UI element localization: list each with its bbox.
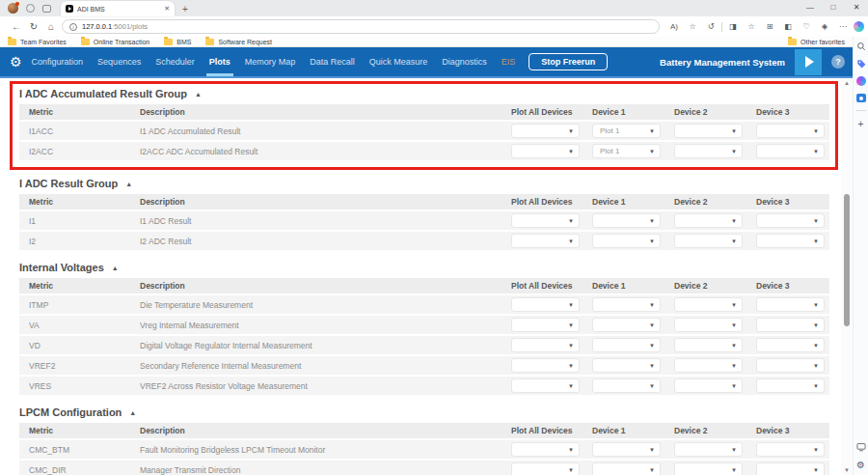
plot-select-dropdown[interactable]: ▼: [674, 442, 743, 457]
refresh-icon[interactable]: ↻: [25, 21, 42, 32]
plot-select-dropdown[interactable]: Plot 1▼: [592, 124, 661, 138]
scroll-down-icon[interactable]: ▼: [841, 467, 853, 473]
bookmark-folder-software-request[interactable]: Software Request: [205, 39, 272, 45]
nav-item-scheduler[interactable]: Scheduler: [155, 47, 195, 76]
maximize-button[interactable]: □: [822, 0, 845, 14]
plot-select-dropdown[interactable]: ▼: [511, 338, 580, 352]
plot-select-dropdown[interactable]: ▼: [674, 358, 743, 373]
new-tab-button[interactable]: +: [182, 4, 188, 14]
browser-essentials-icon[interactable]: ♡: [799, 22, 814, 31]
collections-icon[interactable]: ⊞: [762, 22, 777, 31]
plot-select-dropdown[interactable]: ▼: [756, 358, 825, 373]
copilot-page-icon[interactable]: ◈: [817, 22, 832, 31]
nav-item-sequences[interactable]: Sequences: [97, 47, 141, 76]
plot-select-dropdown[interactable]: ▼: [756, 318, 825, 332]
collapse-icon[interactable]: ▲: [112, 265, 119, 271]
site-info-icon[interactable]: i: [69, 23, 77, 31]
address-bar[interactable]: i 127.0.0.1:5001/plots: [62, 19, 660, 34]
plot-select-dropdown[interactable]: ▼: [756, 234, 825, 248]
plot-select-dropdown[interactable]: ▼: [592, 358, 661, 373]
bookmark-folder-online-transaction[interactable]: Online Transaction: [81, 39, 149, 45]
home-icon[interactable]: ⌂: [42, 21, 60, 32]
minimize-button[interactable]: —: [799, 0, 822, 14]
extensions-icon[interactable]: ◧: [780, 22, 796, 31]
plot-select-dropdown[interactable]: Plot 1▼: [592, 144, 661, 158]
favorites-bar-icon[interactable]: ☆: [744, 22, 759, 31]
close-button[interactable]: ✕: [845, 0, 868, 14]
plot-select-dropdown[interactable]: ▼: [511, 234, 580, 248]
plot-select-dropdown[interactable]: ▼: [674, 462, 743, 475]
plot-select-dropdown[interactable]: ▼: [756, 213, 825, 228]
scrollbar-thumb[interactable]: [844, 194, 850, 326]
sidebar-settings-icon[interactable]: ⚙: [856, 460, 865, 470]
plot-select-dropdown[interactable]: ▼: [511, 213, 580, 228]
profile-avatar[interactable]: [8, 3, 18, 14]
tag-icon[interactable]: [856, 59, 866, 69]
help-icon[interactable]: ?: [831, 55, 845, 69]
page-scrollbar[interactable]: ▲ ▼: [841, 78, 853, 475]
plot-select-dropdown[interactable]: ▼: [592, 318, 661, 332]
plot-select-dropdown[interactable]: ▼: [511, 378, 580, 393]
m365-copilot-icon[interactable]: [856, 76, 866, 86]
search-icon[interactable]: [856, 42, 866, 51]
bookmark-folder-bms[interactable]: BMS: [164, 39, 191, 45]
plot-select-dropdown[interactable]: ▼: [592, 442, 661, 457]
scroll-up-icon[interactable]: ▲: [841, 80, 853, 86]
tab-actions-icon[interactable]: [42, 5, 51, 13]
plot-select-dropdown[interactable]: ▼: [756, 144, 825, 158]
plot-select-dropdown[interactable]: ▼: [592, 462, 661, 475]
collapse-icon[interactable]: ▲: [129, 409, 136, 416]
adi-logo[interactable]: [795, 49, 822, 75]
plot-select-dropdown[interactable]: ▼: [592, 378, 661, 393]
plot-select-dropdown[interactable]: ▼: [674, 378, 743, 393]
collapse-icon[interactable]: ▲: [125, 181, 132, 187]
screenshot-icon[interactable]: [856, 442, 866, 452]
nav-item-memory-map[interactable]: Memory Map: [245, 47, 296, 76]
settings-gear-icon[interactable]: ⚙: [10, 54, 22, 70]
plot-select-dropdown[interactable]: ▼: [674, 213, 743, 228]
collapse-icon[interactable]: ▲: [195, 91, 202, 98]
plot-select-dropdown[interactable]: ▼: [511, 297, 580, 312]
designer-icon[interactable]: [856, 94, 866, 102]
plot-select-dropdown[interactable]: ▼: [511, 358, 580, 373]
plot-select-dropdown[interactable]: ▼: [674, 144, 743, 158]
plot-select-dropdown[interactable]: ▼: [756, 124, 825, 138]
workspaces-icon[interactable]: [26, 4, 35, 13]
browser-tab[interactable]: ADI BMS ✕: [61, 1, 175, 16]
add-sidebar-item-icon[interactable]: +: [858, 119, 864, 129]
plot-select-dropdown[interactable]: ▼: [592, 213, 661, 228]
plot-select-dropdown[interactable]: ▼: [592, 234, 661, 248]
back-icon[interactable]: ←: [8, 21, 25, 32]
stop-freerun-button[interactable]: Stop Freerun: [529, 53, 608, 70]
plot-select-dropdown[interactable]: ▼: [756, 338, 825, 352]
plot-select-dropdown[interactable]: ▼: [511, 462, 580, 475]
copilot-icon[interactable]: [854, 21, 864, 32]
more-menu-icon[interactable]: ⋯: [835, 22, 851, 31]
read-aloud-icon[interactable]: A): [666, 22, 682, 31]
plot-select-dropdown[interactable]: ▼: [756, 297, 825, 312]
plot-select-dropdown[interactable]: ▼: [674, 124, 743, 138]
plot-select-dropdown[interactable]: ▼: [674, 234, 743, 248]
bookmark-folder-team-favorites[interactable]: Team Favorites: [8, 39, 67, 45]
plot-select-dropdown[interactable]: ▼: [674, 318, 743, 332]
plot-select-dropdown[interactable]: ▼: [674, 297, 743, 312]
nav-item-plots[interactable]: Plots: [209, 47, 231, 76]
plot-select-dropdown[interactable]: ▼: [511, 318, 580, 332]
plot-select-dropdown[interactable]: ▼: [592, 297, 661, 312]
tab-close-icon[interactable]: ✕: [164, 5, 170, 13]
nav-item-data-recall[interactable]: Data Recall: [310, 47, 355, 76]
nav-item-eis[interactable]: EIS: [502, 47, 516, 76]
plot-select-dropdown[interactable]: ▼: [756, 442, 825, 457]
plot-select-dropdown[interactable]: ▼: [511, 144, 580, 158]
nav-item-quick-measure[interactable]: Quick Measure: [369, 47, 428, 76]
nav-item-configuration[interactable]: Configuration: [32, 47, 84, 76]
favorites-star-icon[interactable]: ☆: [685, 22, 700, 31]
plot-select-dropdown[interactable]: ▼: [674, 338, 743, 352]
split-screen-icon[interactable]: ◨: [725, 22, 741, 31]
plot-select-dropdown[interactable]: ▼: [592, 338, 661, 352]
plot-select-dropdown[interactable]: ▼: [511, 124, 580, 138]
other-favorites[interactable]: Other favorites: [788, 39, 845, 45]
sync-icon[interactable]: ↺: [703, 22, 719, 31]
nav-item-diagnostics[interactable]: Diagnostics: [442, 47, 487, 76]
plot-select-dropdown[interactable]: ▼: [756, 378, 825, 393]
